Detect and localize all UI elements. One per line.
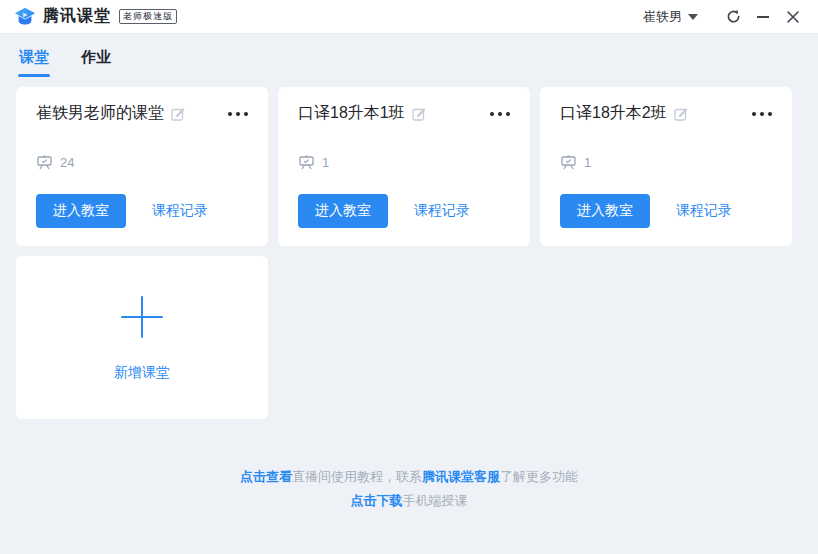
user-name: 崔轶男 (643, 8, 682, 26)
lesson-count-row: 1 (560, 154, 772, 170)
footer-line-1: 点击查看直播间使用教程，联系腾讯课堂客服了解更多功能 (0, 465, 818, 489)
close-button[interactable] (778, 4, 808, 30)
lesson-count: 1 (322, 155, 329, 170)
classroom-card: 崔轶男老师的课堂 24 进入教室 课程记录 (16, 87, 268, 246)
edit-icon[interactable] (674, 107, 688, 121)
tab-homework-label: 作业 (80, 48, 112, 67)
customer-service-link[interactable]: 腾讯课堂客服 (422, 469, 500, 484)
download-app-link[interactable]: 点击下载 (351, 493, 403, 508)
classroom-title: 口译18升本2班 (560, 103, 667, 124)
lesson-count-row: 1 (298, 154, 510, 170)
lesson-board-icon (36, 154, 53, 170)
classroom-card-grid: 崔轶男老师的课堂 24 进入教室 课程记录 口译18升本1班 (16, 87, 802, 419)
minimize-icon (757, 16, 769, 18)
lesson-board-icon (560, 154, 577, 170)
tab-classroom[interactable]: 课堂 (18, 48, 50, 77)
close-icon (787, 11, 799, 23)
lesson-count: 24 (60, 155, 74, 170)
classroom-card: 口译18升本2班 1 进入教室 课程记录 (540, 87, 792, 246)
edition-badge: 老师极速版 (119, 9, 177, 24)
tab-homework[interactable]: 作业 (80, 48, 112, 77)
refresh-icon (726, 9, 741, 24)
enter-classroom-button[interactable]: 进入教室 (560, 194, 650, 228)
classroom-title: 崔轶男老师的课堂 (36, 103, 164, 124)
classroom-title: 口译18升本1班 (298, 103, 405, 124)
active-tab-indicator (18, 74, 50, 77)
view-tutorial-link[interactable]: 点击查看 (240, 469, 292, 484)
footer-tips: 点击查看直播间使用教程，联系腾讯课堂客服了解更多功能 点击下载手机端授课 (0, 465, 818, 513)
tab-classroom-label: 课堂 (18, 48, 50, 67)
more-options-icon[interactable] (744, 108, 772, 120)
edit-icon[interactable] (412, 107, 426, 121)
course-records-link[interactable]: 课程记录 (676, 202, 732, 220)
user-menu[interactable]: 崔轶男 (643, 8, 698, 26)
course-records-link[interactable]: 课程记录 (152, 202, 208, 220)
lesson-count: 1 (584, 155, 591, 170)
titlebar: 腾讯课堂 老师极速版 崔轶男 (0, 0, 818, 34)
more-options-icon[interactable] (220, 108, 248, 120)
add-classroom-label: 新增课堂 (114, 364, 170, 382)
add-classroom-card[interactable]: 新增课堂 (16, 256, 268, 419)
course-records-link[interactable]: 课程记录 (414, 202, 470, 220)
app-title: 腾讯课堂 (43, 6, 111, 27)
lesson-board-icon (298, 154, 315, 170)
minimize-button[interactable] (748, 4, 778, 30)
footer-line-2: 点击下载手机端授课 (0, 489, 818, 513)
classroom-card: 口译18升本1班 1 进入教室 课程记录 (278, 87, 530, 246)
edit-icon[interactable] (171, 107, 185, 121)
main-tabs: 课堂 作业 (0, 34, 818, 77)
plus-icon (119, 294, 165, 340)
tencent-classroom-logo-icon (14, 6, 36, 28)
refresh-button[interactable] (718, 4, 748, 30)
chevron-down-icon (688, 14, 698, 20)
enter-classroom-button[interactable]: 进入教室 (36, 194, 126, 228)
more-options-icon[interactable] (482, 108, 510, 120)
lesson-count-row: 24 (36, 154, 248, 170)
enter-classroom-button[interactable]: 进入教室 (298, 194, 388, 228)
